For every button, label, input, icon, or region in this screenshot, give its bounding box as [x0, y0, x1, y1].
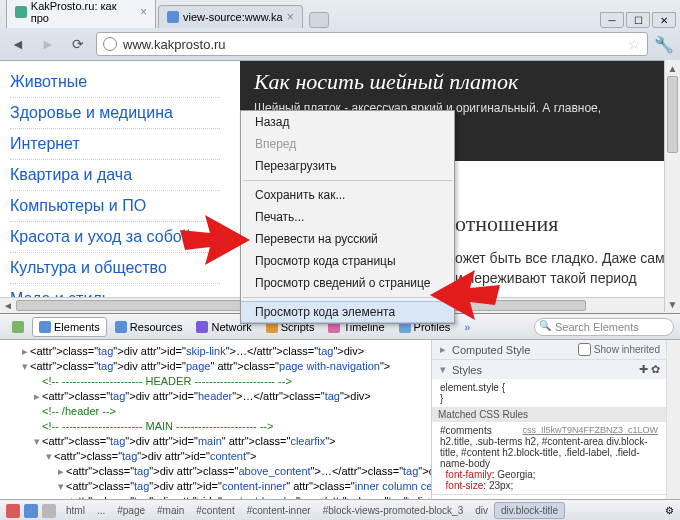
element-style-rule[interactable]: element.style { }	[432, 379, 666, 407]
svg-marker-1	[430, 270, 500, 320]
dom-line[interactable]: ▾<attr">class="tag">div attr">id="conten…	[2, 449, 429, 464]
ctx-view-source[interactable]: Просмотр кода страницы	[241, 250, 454, 272]
devtools-statusbar: html...#page#main#content#content-inner#…	[0, 499, 680, 520]
forward-button[interactable]: ►	[36, 32, 60, 56]
globe-icon	[103, 37, 117, 51]
css-rule[interactable]: css_Il5kwT9N4FFZBNZ3_c1LOW #comments h2.…	[432, 422, 666, 494]
star-icon[interactable]: ☆	[628, 36, 641, 52]
tab-resources[interactable]: Resources	[109, 318, 189, 336]
breadcrumb[interactable]: #page	[111, 503, 151, 518]
dom-line[interactable]: ▸<attr">class="tag">div attr">class="abo…	[2, 464, 429, 479]
devtools-body: ▸<attr">class="tag">div attr">id="skip-l…	[0, 340, 680, 499]
tab-elements[interactable]: Elements	[32, 317, 107, 337]
url-text: www.kakprosto.ru	[123, 37, 226, 52]
breadcrumb[interactable]: #content-inner	[241, 503, 317, 518]
tab-2[interactable]: view-source:www.ka ×	[158, 5, 303, 28]
dom-line[interactable]: <!-- ---------------------- HEADER -----…	[2, 374, 429, 389]
back-button[interactable]: ◄	[6, 32, 30, 56]
elements-icon	[39, 321, 51, 333]
ctx-page-info[interactable]: Просмотр сведений о странице	[241, 272, 454, 294]
browser-chrome: KakProsto.ru: как про × view-source:www.…	[0, 0, 680, 61]
dom-line[interactable]: <!-- /header -->	[2, 404, 429, 419]
ctx-forward: Вперед	[241, 133, 454, 155]
category-sidebar: Животные Здоровье и медицина Интернет Кв…	[0, 61, 230, 313]
breadcrumb[interactable]: #main	[151, 503, 190, 518]
tabs-row: KakProsto.ru: как про × view-source:www.…	[0, 0, 680, 28]
breadcrumb[interactable]: div	[469, 503, 494, 518]
annotation-arrow-icon	[180, 205, 250, 275]
address-row: ◄ ► ⟳ www.kakprosto.ru ☆ 🔧	[0, 28, 680, 60]
styles-header[interactable]: ▾Styles✚ ✿	[432, 360, 666, 379]
address-bar[interactable]: www.kakprosto.ru ☆	[96, 32, 648, 56]
ctx-print[interactable]: Печать...	[241, 206, 454, 228]
scroll-up-icon[interactable]: ▲	[665, 60, 680, 76]
vertical-scrollbar[interactable]: ▲ ▼	[664, 60, 680, 312]
devtools-panel: Elements Resources Network Scripts Timel…	[0, 313, 680, 520]
tab-1[interactable]: KakProsto.ru: как про ×	[6, 0, 156, 28]
separator	[243, 180, 452, 181]
breadcrumb[interactable]: #block-views-promoted-block_3	[317, 503, 470, 518]
breadcrumb[interactable]: html	[60, 503, 91, 518]
dom-line[interactable]: <!-- ---------------------- MAIN -------…	[2, 419, 429, 434]
breadcrumb[interactable]: div.block-title	[494, 502, 565, 519]
context-menu: Назад Вперед Перезагрузить Сохранить как…	[240, 110, 455, 324]
tab-title: KakProsto.ru: как про	[31, 0, 136, 24]
maximize-button[interactable]: ☐	[626, 12, 650, 28]
close-icon[interactable]: ×	[140, 5, 147, 19]
magnifier-icon	[12, 321, 24, 333]
dom-line[interactable]: ▸<attr">class="tag">div attr">id="skip-l…	[2, 344, 429, 359]
article-heading: отношения	[455, 211, 670, 237]
minimize-button[interactable]: ─	[600, 12, 624, 28]
ctx-back[interactable]: Назад	[241, 111, 454, 133]
console-errors-icon[interactable]	[6, 504, 20, 518]
close-button[interactable]: ✕	[652, 12, 676, 28]
favicon-icon	[15, 6, 27, 18]
breadcrumb[interactable]: #content	[190, 503, 240, 518]
scroll-thumb[interactable]	[667, 76, 678, 153]
hero-title: Как носить шейный платок	[254, 69, 666, 95]
wrench-icon[interactable]: 🔧	[654, 35, 674, 54]
ctx-translate[interactable]: Перевести на русский	[241, 228, 454, 250]
annotation-arrow-icon	[430, 260, 500, 330]
scroll-down-icon[interactable]: ▼	[665, 296, 680, 312]
category-link[interactable]: Животные	[10, 67, 220, 98]
window-controls: ─ ☐ ✕	[600, 12, 680, 28]
svg-marker-0	[180, 215, 250, 265]
close-icon[interactable]: ×	[287, 10, 294, 24]
new-tab-button[interactable]	[309, 12, 329, 28]
network-icon	[196, 321, 208, 333]
css-source-link[interactable]: css_Il5kwT9N4FFZBNZ3_c1LOW	[522, 425, 658, 435]
inspect-tool[interactable]	[6, 318, 30, 336]
category-link[interactable]: Здоровье и медицина	[10, 98, 220, 129]
ctx-inspect-element[interactable]: Просмотр кода элемента	[241, 301, 454, 323]
dock-icon[interactable]	[42, 504, 56, 518]
gear-icon[interactable]: ⚙	[665, 505, 674, 516]
separator	[243, 297, 452, 298]
computed-style-header[interactable]: ▸Computed Style Show inherited	[432, 340, 666, 359]
ctx-save-as[interactable]: Сохранить как...	[241, 184, 454, 206]
styles-scrollbar[interactable]	[666, 340, 680, 499]
category-link[interactable]: Интернет	[10, 129, 220, 160]
dom-tree[interactable]: ▸<attr">class="tag">div attr">id="skip-l…	[0, 340, 431, 499]
resources-icon	[115, 321, 127, 333]
matched-rules-header: Matched CSS Rules	[432, 407, 666, 422]
dom-line[interactable]: ▾<attr">class="tag">div attr">id="conten…	[2, 479, 429, 494]
dom-line[interactable]: ▾<attr">class="tag">div attr">id="main" …	[2, 434, 429, 449]
search-input[interactable]: Search Elements	[534, 318, 674, 336]
show-inherited-checkbox[interactable]	[578, 343, 591, 356]
dom-line[interactable]: ▾<attr">class="tag">div attr">id="page" …	[2, 359, 429, 374]
reload-button[interactable]: ⟳	[66, 32, 90, 56]
category-link[interactable]: Квартира и дача	[10, 160, 220, 191]
tab-title: view-source:www.ka	[183, 11, 283, 23]
dom-line[interactable]: ▸<attr">class="tag">div attr">id="header…	[2, 389, 429, 404]
scroll-left-icon[interactable]: ◄	[0, 298, 16, 313]
breadcrumb[interactable]: ...	[91, 503, 111, 518]
favicon-icon	[167, 11, 179, 23]
ctx-reload[interactable]: Перезагрузить	[241, 155, 454, 177]
styles-pane: ▸Computed Style Show inherited ▾Styles✚ …	[431, 340, 666, 499]
console-toggle-icon[interactable]	[24, 504, 38, 518]
